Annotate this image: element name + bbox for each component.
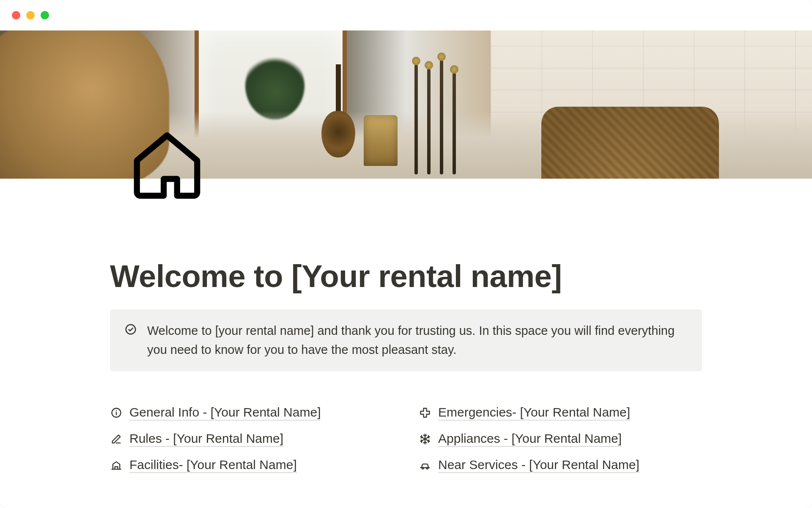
- page-content: Welcome to [Your rental name] Welcome to…: [0, 224, 812, 473]
- window-close-button[interactable]: [12, 11, 20, 19]
- link-near-services[interactable]: Near Services - [Your Rental Name]: [419, 458, 702, 473]
- building-icon: [110, 459, 123, 472]
- home-icon: [127, 125, 207, 206]
- link-label: Emergencies- [Your Rental Name]: [438, 405, 630, 420]
- info-icon: [110, 406, 123, 419]
- link-appliances[interactable]: Appliances - [Your Rental Name]: [419, 431, 702, 447]
- link-rules[interactable]: Rules - [Your Rental Name]: [110, 431, 393, 447]
- app-window: Welcome to [Your rental name] Welcome to…: [0, 0, 812, 508]
- svg-point-0: [126, 325, 136, 334]
- welcome-callout: Welcome to [your rental name] and thank …: [110, 309, 702, 371]
- link-label: Facilities- [Your Rental Name]: [129, 458, 297, 473]
- check-circle-icon: [124, 323, 137, 337]
- svg-point-3: [116, 410, 117, 411]
- link-general-info[interactable]: General Info - [Your Rental Name]: [110, 405, 393, 420]
- window-titlebar: [0, 0, 812, 30]
- link-emergencies[interactable]: Emergencies- [Your Rental Name]: [419, 405, 702, 420]
- link-facilities[interactable]: Facilities- [Your Rental Name]: [110, 458, 393, 473]
- welcome-callout-text: Welcome to [your rental name] and thank …: [147, 321, 688, 359]
- cover-image: [0, 30, 812, 179]
- window-zoom-button[interactable]: [41, 11, 49, 19]
- subpage-links-grid: General Info - [Your Rental Name] Emerge…: [110, 405, 702, 473]
- page-title: Welcome to [Your rental name]: [110, 258, 702, 294]
- link-label: General Info - [Your Rental Name]: [129, 405, 321, 420]
- page-icon-home[interactable]: [127, 125, 207, 206]
- medical-cross-icon: [419, 406, 431, 419]
- edit-icon: [110, 433, 123, 445]
- snowflake-icon: [419, 433, 431, 445]
- car-icon: [419, 459, 431, 472]
- link-label: Appliances - [Your Rental Name]: [438, 431, 622, 447]
- link-label: Near Services - [Your Rental Name]: [438, 458, 639, 473]
- link-label: Rules - [Your Rental Name]: [129, 431, 283, 447]
- window-minimize-button[interactable]: [26, 11, 35, 19]
